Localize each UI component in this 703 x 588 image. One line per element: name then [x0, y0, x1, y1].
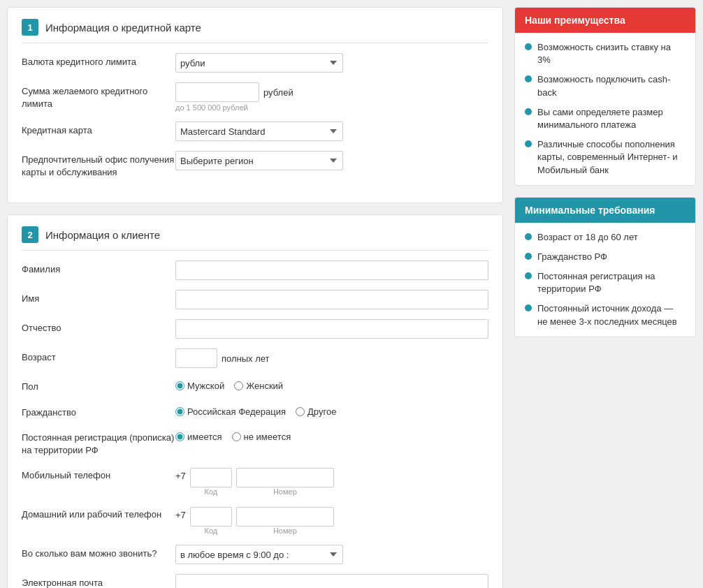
amount-suffix: рублей — [263, 87, 293, 98]
requirement-dot-3 — [525, 272, 532, 279]
registration-label: Постоянная регистрация (прописка) на тер… — [22, 429, 175, 457]
requirement-item-4: Постоянный источник дохода — не менее 3-… — [525, 302, 686, 328]
last-name-row: Фамилия — [22, 260, 488, 280]
home-number-label: Номер — [236, 527, 334, 535]
section2-header: 2 Информация о клиенте — [22, 226, 488, 251]
gender-female-radio[interactable] — [234, 381, 243, 390]
gender-male-radio[interactable] — [175, 381, 184, 390]
citizenship-label: Гражданство — [22, 404, 175, 419]
advantage-text-2: Возможность подключить cash-back — [537, 73, 686, 98]
last-name-label: Фамилия — [22, 260, 175, 276]
amount-label: Сумма желаемого кредитного лимита — [22, 82, 175, 110]
citizenship-other[interactable]: Другое — [296, 406, 336, 417]
citizenship-row: Гражданство Российская Федерация Другое — [22, 404, 488, 419]
gender-male[interactable]: Мужской — [175, 381, 224, 391]
mobile-phone-label: Мобильный телефон — [22, 466, 175, 482]
requirements-header: Минимальные требования — [515, 198, 695, 223]
card-type-row: Кредитная карта Mastercard Standard Mast… — [22, 122, 488, 141]
call-time-row: Во сколько вам можно звонить? в любое вр… — [22, 545, 488, 564]
middle-name-row: Отчество — [22, 319, 488, 339]
requirements-body: Возраст от 18 до 60 лет Гражданство РФ П… — [515, 223, 695, 337]
requirement-text-2: Гражданство РФ — [537, 251, 607, 263]
advantage-dot-2 — [525, 75, 532, 82]
mobile-prefix: +7 — [175, 468, 186, 481]
home-number-input[interactable] — [236, 507, 334, 527]
mobile-code-input[interactable] — [190, 468, 232, 487]
section-credit-card: 1 Информация о кредитной карте Валюта кр… — [7, 7, 503, 203]
requirement-text-1: Возраст от 18 до 60 лет — [537, 231, 638, 244]
citizenship-rf-label: Российская Федерация — [187, 406, 286, 417]
gender-female[interactable]: Женский — [234, 381, 283, 391]
mobile-code-label: Код — [190, 487, 232, 496]
advantage-dot-1 — [525, 43, 532, 50]
mobile-number-label: Номер — [236, 487, 334, 496]
email-label: Электронная почта — [22, 574, 175, 588]
registration-row: Постоянная регистрация (прописка) на тер… — [22, 429, 488, 457]
first-name-row: Имя — [22, 290, 488, 309]
amount-row: Сумма желаемого кредитного лимита рублей… — [22, 82, 488, 112]
section1-header: 1 Информация о кредитной карте — [22, 19, 488, 43]
requirement-dot-2 — [525, 253, 532, 260]
advantage-dot-3 — [525, 108, 532, 115]
advantage-text-3: Вы сами определяете размер минимального … — [537, 106, 686, 131]
mobile-phone-row: Мобильный телефон +7 Код Номер — [22, 466, 488, 496]
section-client-info: 2 Информация о клиенте Фамилия Имя Отчес… — [7, 214, 503, 588]
mobile-number-input[interactable] — [236, 468, 334, 487]
advantage-item-2: Возможность подключить cash-back — [525, 73, 686, 98]
gender-label: Пол — [22, 378, 175, 393]
advantage-text-4: Различные способы пополнения карты, совр… — [537, 138, 686, 177]
home-prefix: +7 — [175, 507, 186, 520]
office-label: Предпочтительный офис получения карты и … — [22, 151, 175, 179]
gender-row: Пол Мужской Женский — [22, 378, 488, 393]
email-row: Электронная почта — [22, 574, 488, 588]
middle-name-input[interactable] — [175, 319, 488, 339]
registration-no[interactable]: не имеется — [232, 432, 291, 442]
first-name-input[interactable] — [175, 290, 488, 309]
gender-male-label: Мужской — [187, 381, 224, 391]
registration-yes[interactable]: имеется — [175, 432, 222, 442]
advantages-header: Наши преимущества — [515, 8, 695, 33]
requirements-panel: Минимальные требования Возраст от 18 до … — [514, 197, 696, 337]
middle-name-label: Отчество — [22, 319, 175, 335]
amount-hint: до 1 500 000 рублей — [175, 103, 488, 112]
advantages-panel: Наши преимущества Возможность снизить ст… — [514, 7, 696, 186]
office-row: Предпочтительный офис получения карты и … — [22, 151, 488, 179]
requirement-item-1: Возраст от 18 до 60 лет — [525, 231, 686, 244]
registration-yes-label: имеется — [187, 432, 222, 442]
advantages-body: Возможность снизить ставку на 3% Возможн… — [515, 33, 695, 185]
card-type-select[interactable]: Mastercard Standard Mastercard Gold Visa… — [175, 122, 343, 141]
card-type-label: Кредитная карта — [22, 122, 175, 137]
amount-input[interactable] — [175, 82, 259, 102]
advantage-item-3: Вы сами определяете размер минимального … — [525, 106, 686, 131]
age-label: Возраст — [22, 348, 175, 364]
citizenship-rf-radio[interactable] — [175, 407, 184, 416]
home-code-label: Код — [190, 527, 232, 535]
citizenship-rf[interactable]: Российская Федерация — [175, 406, 286, 417]
age-input[interactable] — [175, 348, 217, 368]
last-name-input[interactable] — [175, 260, 488, 280]
call-time-select[interactable]: в любое время с 9:00 до : — [175, 545, 343, 564]
requirement-item-2: Гражданство РФ — [525, 251, 686, 263]
gender-female-label: Женский — [246, 381, 283, 391]
requirement-item-3: Постоянная регистрация на территории РФ — [525, 270, 686, 295]
email-input[interactable] — [175, 574, 488, 588]
currency-select[interactable]: рубли доллары евро — [175, 53, 343, 73]
currency-label: Валюта кредитного лимита — [22, 53, 175, 68]
home-code-input[interactable] — [190, 507, 232, 527]
first-name-label: Имя — [22, 290, 175, 305]
step1-badge: 1 — [22, 19, 38, 36]
requirement-dot-4 — [525, 304, 532, 311]
registration-no-radio[interactable] — [232, 432, 241, 441]
office-select[interactable]: Выберите регион Москва Санкт-Петербург — [175, 151, 343, 170]
home-phone-row: Домашний или рабочий телефон +7 Код Номе… — [22, 506, 488, 535]
advantage-item-1: Возможность снизить ставку на 3% — [525, 41, 686, 66]
home-phone-label: Домашний или рабочий телефон — [22, 506, 175, 521]
requirement-dot-1 — [525, 233, 532, 240]
age-row: Возраст полных лет — [22, 348, 488, 368]
registration-yes-radio[interactable] — [175, 432, 184, 441]
section2-title: Информация о клиенте — [45, 229, 160, 241]
citizenship-other-radio[interactable] — [296, 407, 305, 416]
advantage-dot-4 — [525, 140, 532, 147]
citizenship-other-label: Другое — [307, 406, 336, 417]
currency-row: Валюта кредитного лимита рубли доллары е… — [22, 53, 488, 73]
